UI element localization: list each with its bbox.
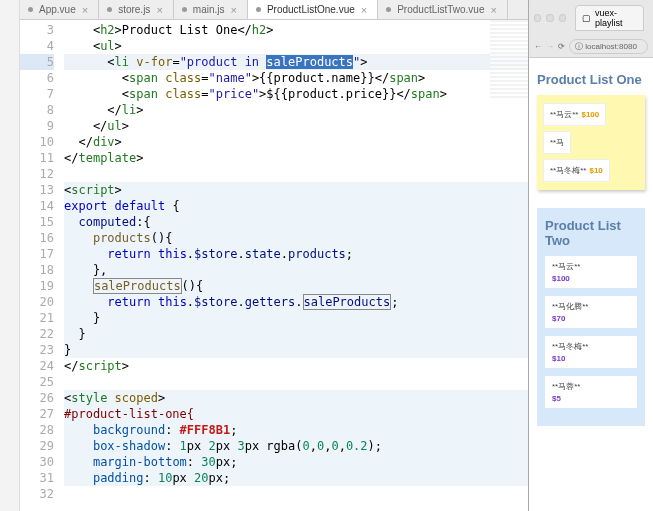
tab-app[interactable]: App.vue× <box>20 0 99 19</box>
traffic-max-icon[interactable] <box>559 14 566 22</box>
close-icon[interactable]: × <box>490 4 496 16</box>
code-content[interactable]: <h2>Product List One</h2> <ul> <li v-for… <box>60 20 528 511</box>
tab-main[interactable]: main.js× <box>174 0 248 19</box>
close-icon[interactable]: × <box>82 4 88 16</box>
minimap[interactable] <box>490 20 528 100</box>
close-icon[interactable]: × <box>156 4 162 16</box>
forward-icon[interactable]: → <box>546 42 554 51</box>
list-item: **马冬梅**$10 <box>543 159 610 182</box>
editor-tabs: App.vue× store.js× main.js× ProductListO… <box>20 0 528 20</box>
browser-tab[interactable]: ▢ vuex-playlist <box>575 5 644 31</box>
traffic-min-icon[interactable] <box>546 14 553 22</box>
browser-tab-title: vuex-playlist <box>595 8 637 28</box>
product-list-one: **马云**$100 **马 **马冬梅**$10 <box>537 95 645 190</box>
browser-chrome: ▢ vuex-playlist ← → ⟳ ⓘ localhost:8080 <box>529 0 653 58</box>
list-item: **马冬梅**$10 <box>545 336 637 368</box>
code-editor[interactable]: 3456789101112131415161718192021222324252… <box>20 20 528 511</box>
browser-pane: ▢ vuex-playlist ← → ⟳ ⓘ localhost:8080 P… <box>528 0 653 511</box>
line-gutter: 3456789101112131415161718192021222324252… <box>20 20 60 511</box>
list-two-title: Product List Two <box>545 218 637 248</box>
list-one-title: Product List One <box>537 72 645 87</box>
window-controls: ▢ vuex-playlist <box>529 0 653 36</box>
address-bar[interactable]: ⓘ localhost:8080 <box>569 39 648 54</box>
close-icon[interactable]: × <box>231 4 237 16</box>
list-item: **马化腾**$70 <box>545 296 637 328</box>
address-bar-row: ← → ⟳ ⓘ localhost:8080 <box>529 36 653 57</box>
tab-productlistone[interactable]: ProductListOne.vue× <box>248 0 378 19</box>
list-item: **马 <box>543 131 571 154</box>
close-icon[interactable]: × <box>361 4 367 16</box>
product-list-two: Product List Two **马云**$100 **马化腾**$70 *… <box>537 208 645 426</box>
page-icon: ▢ <box>582 13 591 23</box>
back-icon[interactable]: ← <box>534 42 542 51</box>
list-item: **马蓉**$5 <box>545 376 637 408</box>
traffic-close-icon[interactable] <box>534 14 541 22</box>
browser-viewport: Product List One **马云**$100 **马 **马冬梅**$… <box>529 58 653 434</box>
tab-productlisttwo[interactable]: ProductListTwo.vue× <box>378 0 508 19</box>
activity-bar <box>0 0 20 511</box>
editor-pane: App.vue× store.js× main.js× ProductListO… <box>20 0 528 511</box>
list-item: **马云**$100 <box>543 103 606 126</box>
reload-icon[interactable]: ⟳ <box>558 42 565 51</box>
list-item: **马云**$100 <box>545 256 637 288</box>
tab-store[interactable]: store.js× <box>99 0 174 19</box>
